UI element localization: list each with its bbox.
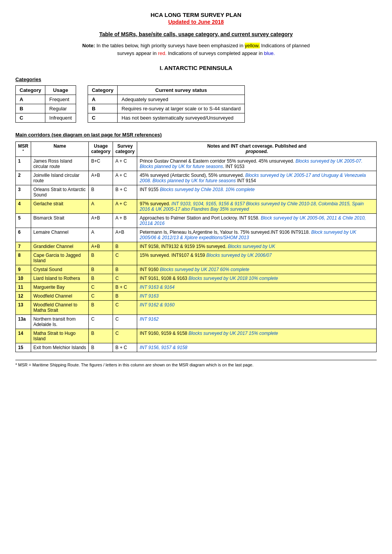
- msr-cell: 1: [16, 157, 31, 171]
- msr-cell: 11: [16, 283, 31, 292]
- cat-table1-cat: A: [16, 95, 45, 104]
- name-cell: Grandidier Channel: [31, 242, 89, 251]
- footnote-text: * MSR = Maritime Shipping Route. The fig…: [15, 363, 377, 367]
- msr-cell: 10: [16, 274, 31, 283]
- main-header-usage: Usagecategory: [89, 142, 113, 157]
- page-title: HCA LONG TERM SURVEY PLAN: [15, 12, 377, 18]
- notes-cell: INT 9155 Blocks surveyed by Chile 2018. …: [137, 185, 377, 200]
- name-cell: Crystal Sound: [31, 265, 89, 274]
- cat-table2-cat: A: [88, 95, 117, 104]
- table-row: 12Woodfield ChannelCBINT 9163: [16, 292, 377, 301]
- msr-cell: 13a: [16, 315, 31, 329]
- cat-table1-usage: Regular: [45, 104, 76, 113]
- table-row: 7Grandidier ChannelA+BBINT 9158, INT9132…: [16, 242, 377, 251]
- notes-cell: 97% surveyed. INT 9103, 9104, 9165, 9156…: [137, 200, 377, 214]
- note-line2: surveys appear in: [117, 50, 158, 56]
- notes-cell: INT 9162: [137, 315, 377, 329]
- table-row: 10Liard Island to RotheraBCINT 9161, 910…: [16, 274, 377, 283]
- usage-cell: C: [89, 283, 113, 292]
- main-table: MSR* Name Usagecategory Surveycategory N…: [15, 141, 377, 352]
- usage-cell: B: [89, 301, 113, 315]
- usage-cell: A+B: [89, 171, 113, 185]
- table-row: 1James Ross Island circular routeB+CA + …: [16, 157, 377, 171]
- msr-cell: 2: [16, 171, 31, 185]
- cat-table2-status: Has not been systematically surveyed/Uns…: [118, 113, 245, 123]
- table-row: 4Gerlache straitAA + C97% surveyed. INT …: [16, 200, 377, 214]
- notes-cell: INT 9160, 9159 & 9158 Blocks surveyed by…: [137, 329, 377, 343]
- notes-cell: INT 9163: [137, 292, 377, 301]
- note-block: Note: In the tables below, high priority…: [15, 42, 377, 57]
- note-yellow: yellow.: [245, 43, 260, 48]
- table-row: 5Bismarck StraitA+BA + BApproaches to Pa…: [16, 214, 377, 228]
- usage-cell: C: [89, 292, 113, 301]
- msr-cell: 15: [16, 343, 31, 352]
- cat-table1-header-cat: Category: [16, 86, 45, 95]
- note-text3: Indications of surveys completed appear …: [166, 50, 264, 56]
- msr-cell: 9: [16, 265, 31, 274]
- main-header-name: Name: [31, 142, 89, 157]
- cat-table1-cat: C: [16, 113, 45, 123]
- usage-cell: B+C: [89, 157, 113, 171]
- survey-cell: B + C: [113, 283, 137, 292]
- cat-table2-status: Adequately surveyed: [118, 95, 245, 104]
- name-cell: Exit from Melchior Islands: [31, 343, 89, 352]
- notes-cell: INT 9160 Blocks surveyed by UK 2017 60% …: [137, 265, 377, 274]
- categories-container: Category Usage AFrequentBRegularCInfrequ…: [15, 85, 377, 123]
- msr-cell: 7: [16, 242, 31, 251]
- msr-cell: 13: [16, 301, 31, 315]
- cat-table1-header-usage: Usage: [45, 86, 76, 95]
- name-cell: Woodfield Channel to Matha Strait: [31, 301, 89, 315]
- category-table-2: Category Current survey status AAdequate…: [88, 85, 245, 123]
- msr-cell: 3: [16, 185, 31, 200]
- section-title: Table of MSRs, base/site calls, usage ca…: [15, 31, 377, 37]
- usage-cell: C: [89, 315, 113, 329]
- survey-cell: C: [113, 329, 137, 343]
- cat-table1-cat: B: [16, 104, 45, 113]
- notes-cell: INT 9161, 9108 & 9163 Blocks surveyed by…: [137, 274, 377, 283]
- antarctic-header: I. ANTARCTIC PENINSULA: [15, 65, 377, 71]
- categories-label: Categories: [15, 77, 377, 82]
- notes-cell: INT 9162 & 9160: [137, 301, 377, 315]
- corridors-title: Main corridors (see diagram on last page…: [15, 132, 377, 138]
- note-text1: In the tables below, high priority surve…: [95, 43, 245, 48]
- notes-cell: INT 9163 & 9164: [137, 283, 377, 292]
- note-label: Note:: [82, 43, 95, 48]
- notes-cell: Approaches to Palmer Station and Port Lo…: [137, 214, 377, 228]
- msr-cell: 14: [16, 329, 31, 343]
- name-cell: Marguerite Bay: [31, 283, 89, 292]
- usage-cell: B: [89, 251, 113, 265]
- usage-cell: A+B: [89, 242, 113, 251]
- survey-cell: A + C: [113, 200, 137, 214]
- survey-cell: C: [113, 301, 137, 315]
- survey-cell: B + C: [113, 185, 137, 200]
- usage-cell: B: [89, 274, 113, 283]
- table-row: 9Crystal SoundBBINT 9160 Blocks surveyed…: [16, 265, 377, 274]
- footnote-section: * MSR = Maritime Shipping Route. The fig…: [15, 360, 377, 367]
- notes-cell: Prince Gustav Channel & Eastern corridor…: [137, 157, 377, 171]
- table-row: 15Exit from Melchior IslandsBB + CINT 91…: [16, 343, 377, 352]
- usage-cell: B: [89, 265, 113, 274]
- name-cell: Lemaire Channel: [31, 228, 89, 242]
- msr-cell: 6: [16, 228, 31, 242]
- name-cell: Northern transit from Adelaide Is.: [31, 315, 89, 329]
- cat-table2-cat: B: [88, 104, 117, 113]
- main-header-notes: Notes and INT chart coverage. Published …: [137, 142, 377, 157]
- cat-table2-header-status: Current survey status: [118, 86, 245, 95]
- cat-table2-header-cat: Category: [88, 86, 117, 95]
- note-blue: blue.: [264, 50, 275, 56]
- main-header-msr: MSR*: [16, 142, 31, 157]
- cat-table2-cat: C: [88, 113, 117, 123]
- name-cell: Matha Strait to Hugo Island: [31, 329, 89, 343]
- usage-cell: B: [89, 185, 113, 200]
- msr-cell: 12: [16, 292, 31, 301]
- note-text2: Indications of planned: [260, 43, 310, 48]
- survey-cell: B + C: [113, 343, 137, 352]
- usage-cell: B: [89, 329, 113, 343]
- table-row: 6Lemaire ChannelAA+BPetermann Is, Plenea…: [16, 228, 377, 242]
- survey-cell: C: [113, 251, 137, 265]
- table-row: 2Joinville Island circular routeA+BA + C…: [16, 171, 377, 185]
- main-header-survey: Surveycategory: [113, 142, 137, 157]
- category-table-1: Category Usage AFrequentBRegularCInfrequ…: [15, 85, 76, 123]
- notes-cell: INT 9158, INT9132 & 9159 15% surveyed. B…: [137, 242, 377, 251]
- usage-cell: A: [89, 200, 113, 214]
